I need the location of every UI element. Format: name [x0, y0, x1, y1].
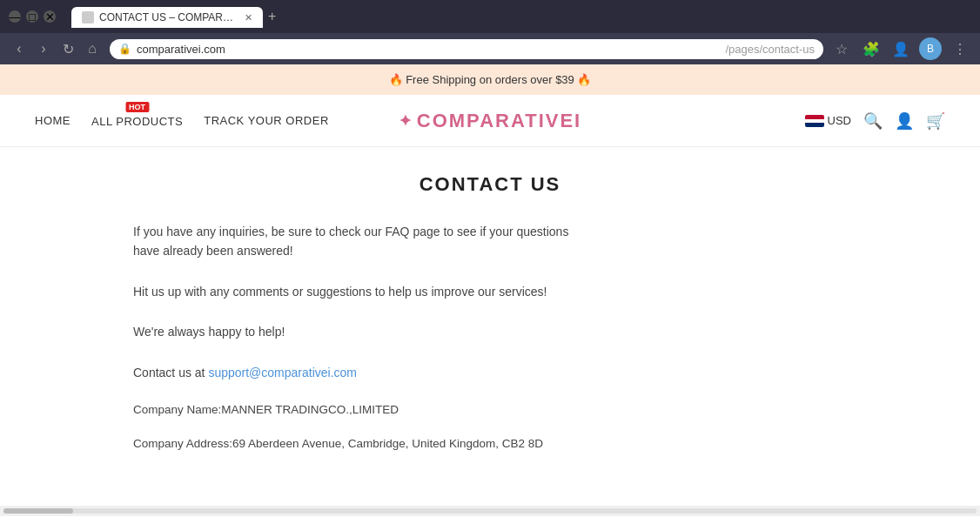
- search-button[interactable]: 🔍: [863, 111, 883, 131]
- account-button[interactable]: 👤: [895, 111, 914, 131]
- logo-text: COMPARATIVEI: [417, 110, 581, 132]
- browser-window-controls: — □ ✕: [9, 10, 56, 23]
- extensions-button[interactable]: 🧩: [860, 37, 883, 60]
- us-flag-icon: [805, 115, 824, 127]
- nav-header: HOME HOT ALL PRODUCTS TRACK YOUR ORDER ✦…: [0, 95, 980, 147]
- avatar-button[interactable]: B: [919, 37, 942, 60]
- tab-favicon: [82, 11, 94, 24]
- scrollbar-thumb: [3, 508, 73, 514]
- back-button[interactable]: ‹: [9, 38, 30, 59]
- nav-home[interactable]: HOME: [35, 114, 70, 127]
- new-tab-button[interactable]: +: [263, 5, 281, 28]
- menu-button[interactable]: ⋮: [949, 37, 971, 60]
- reload-button[interactable]: ↻: [57, 38, 78, 59]
- contact-email-para: Contact us at support@comparativei.com: [133, 363, 847, 382]
- address-domain: comparativei.com: [137, 43, 720, 56]
- currency-selector[interactable]: USD: [805, 114, 851, 127]
- tab-bar: CONTACT US – COMPARATIVEI ✕ +: [63, 5, 971, 28]
- nav-right: USD 🔍 👤 🛒: [805, 111, 945, 131]
- tab-title: CONTACT US – COMPARATIVEI: [99, 11, 239, 24]
- horizontal-scrollbar[interactable]: [0, 506, 980, 516]
- address-bar-row: ‹ › ↻ ⌂ 🔒 comparativei.com /pages/contac…: [0, 33, 980, 64]
- nav-track-order[interactable]: TRACK YOUR ORDER: [204, 114, 329, 127]
- paragraph-1: If you have any inquiries, be sure to ch…: [133, 222, 847, 261]
- company-address: Company Address:69 Aberdeen Avenue, Camb…: [133, 437, 847, 450]
- restore-button[interactable]: □: [26, 10, 38, 23]
- active-tab[interactable]: CONTACT US – COMPARATIVEI ✕: [71, 7, 263, 28]
- promo-text: 🔥 Free Shipping on orders over $39 🔥: [389, 73, 592, 86]
- bookmark-button[interactable]: ☆: [830, 37, 853, 60]
- page-title: CONTACT US: [133, 173, 847, 196]
- user-profile-button[interactable]: 👤: [889, 37, 912, 60]
- browser-chrome: — □ ✕ CONTACT US – COMPARATIVEI ✕ + ‹ › …: [0, 0, 980, 64]
- nav-all-products-wrapper: HOT ALL PRODUCTS: [91, 114, 183, 128]
- address-path: /pages/contact-us: [725, 43, 815, 56]
- home-button[interactable]: ⌂: [82, 38, 103, 59]
- minimize-button[interactable]: —: [9, 10, 21, 23]
- nav-left: HOME HOT ALL PRODUCTS TRACK YOUR ORDER: [35, 114, 329, 128]
- browser-titlebar: — □ ✕ CONTACT US – COMPARATIVEI ✕ +: [0, 0, 980, 33]
- promo-banner: 🔥 Free Shipping on orders over $39 🔥: [0, 64, 980, 95]
- cart-button[interactable]: 🛒: [926, 111, 945, 131]
- nav-all-products[interactable]: ALL PRODUCTS: [91, 115, 183, 128]
- browser-nav-buttons: ‹ › ↻ ⌂: [9, 38, 103, 59]
- paragraph-2: Hit us up with any comments or suggestio…: [133, 282, 847, 301]
- site-logo[interactable]: ✦ COMPARATIVEI: [399, 110, 581, 132]
- logo-star-icon: ✦: [399, 111, 413, 131]
- currency-label: USD: [828, 114, 851, 127]
- page-content: CONTACT US If you have any inquiries, be…: [98, 147, 882, 506]
- lock-icon: 🔒: [118, 43, 131, 55]
- address-bar[interactable]: 🔒 comparativei.com /pages/contact-us: [110, 39, 823, 59]
- tab-close-icon[interactable]: ✕: [245, 12, 252, 24]
- hot-badge: HOT: [125, 102, 149, 112]
- company-name: Company Name:MANNER TRADINGCO.,LIMITED: [133, 403, 847, 416]
- contact-email-link[interactable]: support@comparativei.com: [208, 366, 357, 380]
- para1-line1: If you have any inquiries, be sure to ch…: [133, 225, 568, 238]
- browser-action-buttons: ☆ 🧩 👤 B ⋮: [830, 37, 971, 60]
- forward-button[interactable]: ›: [33, 38, 54, 59]
- site-wrapper: 🔥 Free Shipping on orders over $39 🔥 HOM…: [0, 64, 980, 506]
- contact-prefix: Contact us at: [133, 366, 208, 380]
- close-button[interactable]: ✕: [44, 10, 56, 23]
- paragraph-3: We're always happy to help!: [133, 322, 847, 341]
- scrollbar-track: [3, 508, 977, 514]
- para1-line2: have already been answered!: [133, 244, 293, 258]
